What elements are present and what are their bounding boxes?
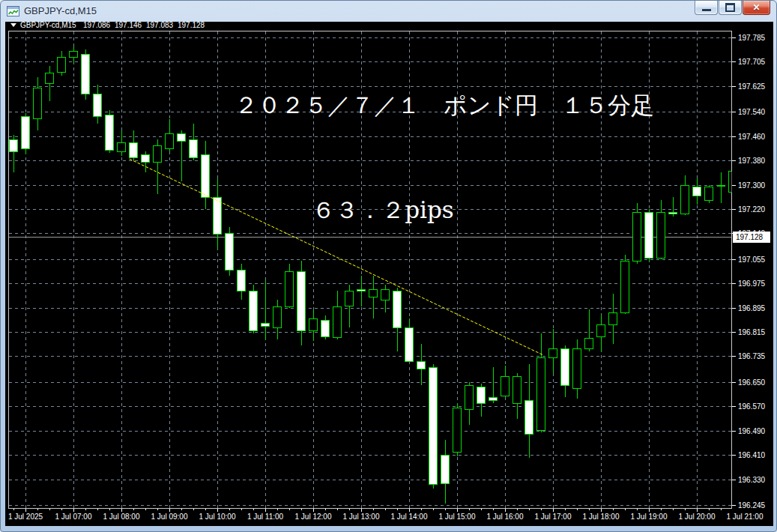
candle [477,384,486,417]
candle [453,403,462,456]
candle-body-bear [357,290,366,291]
candle-body-bull [549,349,557,358]
price-axis-label: 196.490 [738,427,766,435]
candle-body-bear [477,387,486,404]
window-title: GBPJPY-cd,M15 [24,5,97,16]
chart-panel[interactable]: 197.785197.705197.625197.540197.460197.3… [5,22,773,526]
candle [369,276,378,318]
candle [154,139,162,194]
candle [309,309,318,341]
candle [525,364,533,458]
candle-body-bear [130,143,138,158]
candle-body-bull [345,291,354,306]
candle [645,209,653,261]
candle-body-bear [417,362,426,369]
candle [717,172,725,203]
price-axis-label: 196.975 [738,279,766,288]
candle-body-bull [573,349,581,389]
candle-body-bull [621,262,629,313]
candle-body-bear [214,198,222,235]
candle [489,367,498,403]
candle [190,124,198,160]
candle [250,285,258,333]
candle-body-bull [70,52,78,58]
candle-body-bull [513,377,521,404]
candle-body-bull [381,290,390,300]
candle [333,291,342,339]
candle-body-bear [178,134,186,142]
candle [118,130,126,156]
candle [46,66,54,101]
candle [214,178,222,249]
candle-body-bull [58,58,66,73]
price-axis-label: 197.220 [738,205,766,214]
candle [633,203,641,264]
candle-body-bear [202,155,210,198]
candle [573,339,581,399]
time-axis-label: 1 Jul 16:00 [487,513,524,521]
price-axis-label: 197.460 [738,133,766,141]
candle-body-bear [106,115,114,151]
candle [82,49,90,100]
chart-window-icon [7,6,19,16]
price-axis[interactable]: 197.785197.705197.625197.540197.460197.3… [732,34,766,510]
candle-body-bull [501,377,510,396]
time-axis-label: 1 Jul 11:00 [247,513,284,521]
candle-body-bull [729,172,737,193]
candle [22,113,30,154]
candle-body-bull [681,186,689,214]
quote-collapse-arrow-icon [10,23,16,27]
candle-body-bull [633,213,641,262]
candle-body-bear [297,272,306,331]
candle-body-bull [34,88,42,119]
time-axis-label: 1 Jul 13:00 [343,513,380,521]
minimize-icon [702,9,711,11]
candle [345,285,354,327]
candle [238,264,246,300]
candle [166,119,174,151]
candle-body-bear [22,117,30,149]
candle [226,227,234,276]
minimize-button[interactable] [695,1,718,15]
time-axis-label: 1 Jul 19:00 [631,513,668,521]
time-axis[interactable]: 1 Jul 20251 Jul 07:001 Jul 08:001 Jul 09… [8,509,764,522]
candle-body-bear [250,291,258,331]
time-axis-label: 1 Jul 15:00 [439,513,476,521]
time-axis-label: 1 Jul 18:00 [583,513,620,521]
candle-body-bear [238,270,246,291]
candle-body-bull [537,358,545,431]
candle [106,110,114,153]
candle-body-bear [669,213,677,214]
candle [393,288,402,351]
candle [58,51,66,76]
candle-body-bear [525,401,533,435]
time-axis-label: 1 Jul 12:00 [295,513,332,521]
candle [10,135,18,172]
candle [729,168,737,200]
chart-canvas[interactable]: 197.785197.705197.625197.540197.460197.3… [5,22,773,526]
candle [693,178,701,205]
candle-body-bull [657,213,665,259]
candle-body-bull [705,187,713,201]
candle [405,318,414,363]
price-axis-label: 196.570 [738,402,766,411]
price-axis-label: 196.895 [738,304,766,312]
candle [273,300,282,339]
candle [501,366,510,397]
candle [657,200,665,259]
candle-body-bear [693,187,701,196]
candle-body-bull [118,143,126,152]
price-axis-label: 196.410 [738,451,766,459]
price-axis-label: 196.245 [738,501,766,510]
time-axis-label: 1 Jul 21:00 [727,513,764,521]
restore-button[interactable] [719,1,742,15]
candle [621,255,629,314]
candle-body-bear [94,94,102,117]
price-axis-label: 197.785 [738,34,766,42]
candle [34,77,42,130]
price-axis-label: 196.815 [738,328,766,336]
price-axis-label: 197.540 [738,108,766,116]
candle [549,329,557,373]
title-bar[interactable]: GBPJPY-cd,M15 ✕ [1,1,776,21]
close-button[interactable]: ✕ [743,1,770,15]
